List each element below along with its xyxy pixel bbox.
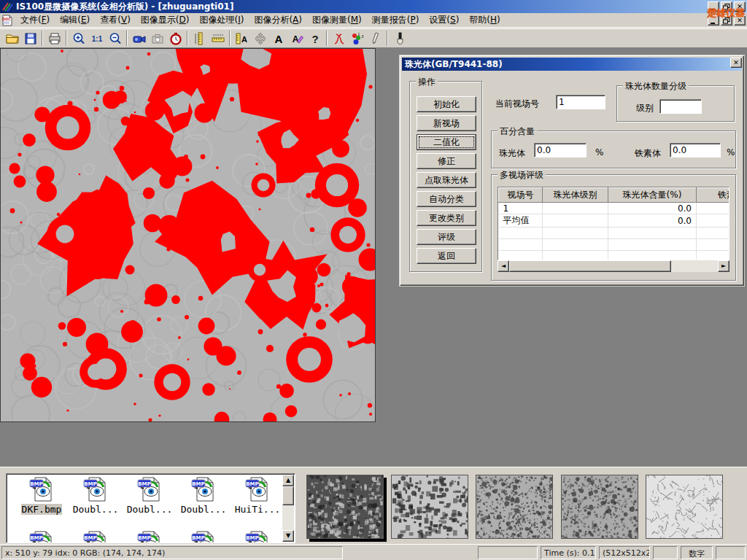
new-field-button[interactable]: 新视场 [417,115,476,131]
tb-text-button[interactable]: A [269,30,287,47]
thumbnail-4[interactable] [561,475,638,539]
ferrite-percent-input[interactable] [670,143,721,158]
auto-classify-button[interactable]: 自动分类 [417,191,476,207]
menu-item-6[interactable]: 图像测量(M) [307,12,367,28]
tb-print-button[interactable] [45,30,63,47]
pearlite-percent-input[interactable] [534,143,587,158]
grade-input[interactable] [659,99,702,114]
tb-actual-size-button[interactable]: 1:1 [88,30,106,47]
file-item-4[interactable]: BMPHuiTi... [231,477,284,515]
mdi-restore-button[interactable] [721,15,732,26]
mode-panel: 数字 [681,546,713,559]
tb-open-button[interactable] [3,30,21,47]
cell-field [499,239,543,251]
document-icon[interactable]: DOC [1,15,13,26]
binarize-button[interactable]: 二值化 [417,134,476,150]
file-item-3[interactable]: BMPDoubl... [177,477,230,515]
tb-zoom-out-button[interactable] [106,30,124,47]
column-header[interactable]: 铁素体含量(%) [697,188,730,203]
file-list-scrollbar[interactable]: ▲ ▼ [282,475,294,542]
menu-item-8[interactable]: 设置(S) [424,12,464,28]
file-name: Doubl... [72,504,120,515]
scroll-left-button[interactable]: ◄ [498,260,509,272]
annotate-icon: A [290,31,304,46]
grading-group: 珠光体数量分级 级别 [616,85,735,122]
file-item-row2-0[interactable]: BMP [15,531,68,543]
file-item-0[interactable]: BMPDKF.bmp [15,477,68,515]
mdi-minimize-button[interactable] [708,15,719,26]
change-class-button[interactable]: 更改类别 [417,210,476,226]
rate-button[interactable]: 评级 [417,229,476,245]
file-item-row2-1[interactable]: BMP [69,531,122,543]
tb-move-cross-button[interactable] [251,30,269,47]
menu-item-3[interactable]: 图像显示(D) [136,12,195,28]
menu-item-9[interactable]: 帮助(H) [464,12,505,28]
thumbnail-5[interactable] [646,475,723,539]
scrollbar-thumb[interactable] [509,260,671,272]
menu-item-2[interactable]: 查看(V) [95,12,136,28]
table-row[interactable]: 平均值0.0 [499,214,730,228]
scroll-up-button[interactable]: ▲ [282,475,294,486]
timer-icon [169,31,183,46]
column-header[interactable]: 视场号 [499,188,543,203]
file-item-1[interactable]: BMPDoubl... [69,477,122,515]
scroll-down-button[interactable]: ▼ [282,530,294,542]
file-list[interactable]: ▲ ▼ BMPDKF.bmpBMPDoubl...BMPDoubl...BMPD… [6,473,295,543]
micrograph-image[interactable] [0,48,376,422]
tb-measure-text-button[interactable]: A [233,30,251,47]
table-row[interactable] [499,239,730,251]
tb-caliper-button[interactable] [190,30,209,47]
dialog-title-bar[interactable]: 珠光体(GB/T9441-88) [402,58,742,71]
tb-count-points-button[interactable]: 13 [348,30,366,47]
table-row[interactable] [499,228,730,239]
current-field-input[interactable] [556,95,605,109]
tb-pen-button[interactable] [366,30,384,47]
return-button[interactable]: 返回 [417,248,476,264]
thumbnail-3[interactable] [476,475,553,539]
thumbnail-1[interactable] [306,475,384,539]
tb-save-button[interactable] [21,30,39,47]
file-item-row2-4[interactable]: BMP [231,531,284,543]
file-item-row2-3[interactable]: BMP [177,531,230,543]
close-button[interactable]: ✕ [734,1,746,12]
menu-item-5[interactable]: 图像分析(A) [249,12,307,28]
tb-video-camera-button[interactable] [130,30,148,47]
svg-text:A: A [274,33,282,45]
scroll-right-button[interactable]: ► [718,260,729,272]
file-name: DKF.bmp [21,504,63,515]
mdi-close-button[interactable]: ✕ [734,15,746,26]
menu-item-1[interactable]: 编辑(E) [55,12,95,28]
correct-button[interactable]: 修正 [417,153,476,169]
minimize-button[interactable] [708,1,719,12]
file-item-row2-2[interactable]: BMP [123,531,176,543]
tb-ruler-button[interactable] [209,30,227,47]
table-row[interactable]: 10.0 [499,203,730,214]
tb-annotate-button[interactable]: A [287,30,306,47]
tb-zoom-in-button[interactable] [69,30,88,47]
file-item-2[interactable]: BMPDoubl... [123,477,176,515]
table-horizontal-scrollbar[interactable]: ◄ ► [498,260,729,272]
tb-curve-tool-button[interactable] [330,30,348,47]
tb-help-button[interactable]: ? [306,30,324,47]
dialog-close-button[interactable]: ✕ [730,58,742,68]
title-bar: IS100显微摄像系统(金相分析版) - [zhuguangti01] ✕ [0,0,747,13]
tb-camera-button[interactable] [148,30,166,47]
cell-field [499,228,543,239]
scrollbar-thumb[interactable] [282,486,294,505]
restore-button[interactable] [721,1,732,12]
table-row[interactable] [499,251,730,261]
pick-pearlite-button[interactable]: 点取珠光体 [417,172,476,188]
column-header[interactable]: 珠光体级别 [543,188,608,203]
column-header[interactable]: 珠光体含量(%) [608,188,697,203]
menu-item-0[interactable]: 文件(F) [15,12,55,28]
tb-brush-button[interactable] [390,30,409,47]
percent-group-label: 百分含量 [498,125,537,138]
thumbnail-2[interactable] [391,475,468,539]
percent-group: 百分含量 珠光体 % 铁素体 % [491,131,736,168]
initialize-button[interactable]: 初始化 [417,96,476,112]
tb-timer-button[interactable] [166,30,185,47]
menu-item-4[interactable]: 图像处理(I) [194,12,249,28]
text-icon: A [271,31,286,46]
menu-item-7[interactable]: 测量报告(P) [367,12,425,28]
rating-table[interactable]: 视场号珠光体级别珠光体含量(%)铁素体含量(%)10.0平均值0.0 [498,187,729,260]
